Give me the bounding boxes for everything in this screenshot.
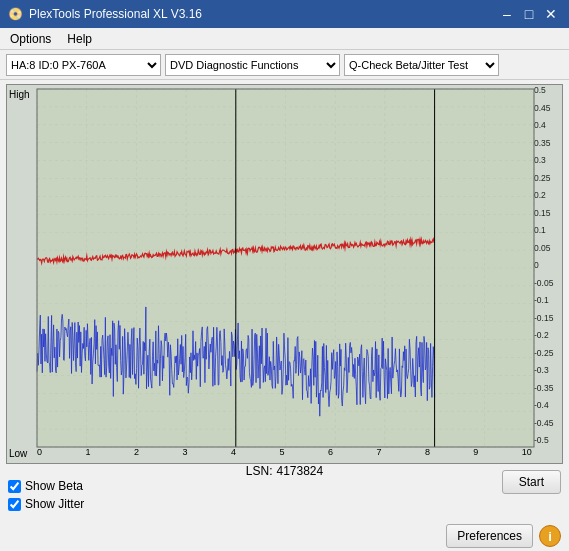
app-icon: 📀 [8, 7, 23, 21]
show-jitter-label: Show Jitter [25, 497, 84, 511]
toolbar: HA:8 ID:0 PX-760A DVD Diagnostic Functio… [0, 50, 569, 80]
title-bar: 📀 PlexTools Professional XL V3.16 – □ ✕ [0, 0, 569, 28]
show-jitter-row: Show Jitter [8, 497, 84, 511]
show-beta-row: Show Beta [8, 479, 84, 493]
lsn-label: LSN: [246, 464, 273, 478]
right-controls: Start [502, 470, 561, 494]
bottom-panel: Show Beta Show Jitter LSN: 4173824 Start [0, 464, 569, 524]
chart-area: High Low 0.5 0.45 0.4 0.35 0.3 0.25 0.2 … [6, 84, 563, 464]
menu-help[interactable]: Help [61, 30, 98, 48]
show-jitter-checkbox[interactable] [8, 498, 21, 511]
maximize-button[interactable]: □ [519, 4, 539, 24]
show-beta-label: Show Beta [25, 479, 83, 493]
preferences-row: Preferences i [0, 524, 569, 551]
title-bar-controls: – □ ✕ [497, 4, 561, 24]
info-button[interactable]: i [539, 525, 561, 547]
minimize-button[interactable]: – [497, 4, 517, 24]
lsn-value: 4173824 [276, 464, 323, 478]
start-button[interactable]: Start [502, 470, 561, 494]
close-button[interactable]: ✕ [541, 4, 561, 24]
show-beta-checkbox[interactable] [8, 480, 21, 493]
function-select[interactable]: DVD Diagnostic Functions [165, 54, 340, 76]
menu-bar: Options Help [0, 28, 569, 50]
test-select[interactable]: Q-Check Beta/Jitter Test [344, 54, 499, 76]
chart-canvas [7, 85, 563, 464]
checkbox-section: Show Beta Show Jitter [8, 479, 84, 511]
title-bar-left: 📀 PlexTools Professional XL V3.16 [8, 7, 202, 21]
window-title: PlexTools Professional XL V3.16 [29, 7, 202, 21]
lsn-section: LSN: 4173824 [246, 464, 323, 478]
preferences-button[interactable]: Preferences [446, 524, 533, 548]
drive-select[interactable]: HA:8 ID:0 PX-760A [6, 54, 161, 76]
menu-options[interactable]: Options [4, 30, 57, 48]
